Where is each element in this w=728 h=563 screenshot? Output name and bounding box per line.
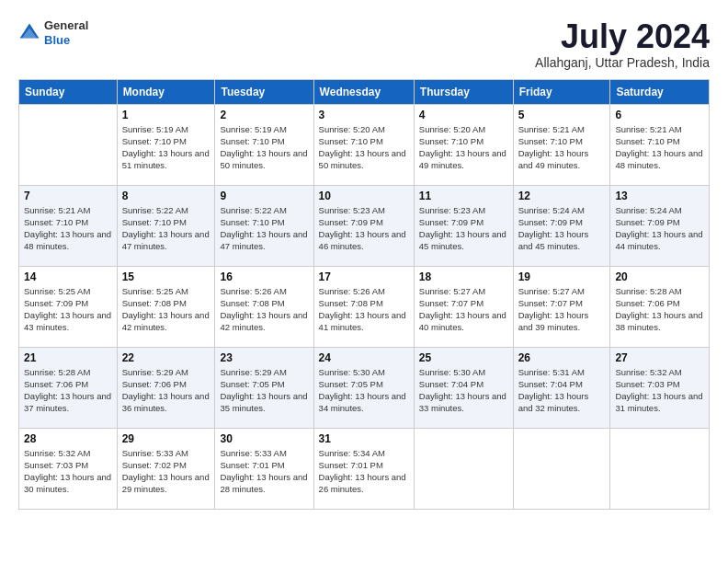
day-cell: 4Sunrise: 5:20 AM Sunset: 7:10 PM Daylig…	[414, 104, 513, 185]
day-number: 29	[122, 432, 210, 445]
day-info: Sunrise: 5:29 AM Sunset: 7:05 PM Dayligh…	[220, 366, 308, 415]
day-number: 16	[220, 270, 308, 283]
day-number: 11	[419, 190, 508, 202]
col-header-thursday: Thursday	[414, 79, 513, 104]
day-number: 17	[319, 270, 409, 283]
week-row-1: 1Sunrise: 5:19 AM Sunset: 7:10 PM Daylig…	[19, 104, 710, 185]
col-header-wednesday: Wednesday	[313, 79, 414, 104]
day-info: Sunrise: 5:33 AM Sunset: 7:02 PM Dayligh…	[122, 447, 210, 496]
day-cell: 28Sunrise: 5:32 AM Sunset: 7:03 PM Dayli…	[19, 428, 118, 509]
day-info: Sunrise: 5:29 AM Sunset: 7:06 PM Dayligh…	[122, 366, 210, 415]
day-cell: 30Sunrise: 5:33 AM Sunset: 7:01 PM Dayli…	[215, 428, 313, 509]
day-info: Sunrise: 5:25 AM Sunset: 7:08 PM Dayligh…	[122, 285, 210, 334]
day-number: 19	[518, 270, 606, 283]
col-header-saturday: Saturday	[610, 79, 710, 104]
day-number: 25	[419, 351, 508, 364]
day-number: 23	[220, 351, 308, 364]
day-info: Sunrise: 5:32 AM Sunset: 7:03 PM Dayligh…	[24, 447, 112, 496]
page-header: General Blue July 2024 Allahganj, Uttar …	[18, 18, 710, 70]
day-cell: 29Sunrise: 5:33 AM Sunset: 7:02 PM Dayli…	[117, 428, 215, 509]
logo-icon	[18, 22, 40, 44]
col-header-tuesday: Tuesday	[215, 79, 313, 104]
day-cell: 10Sunrise: 5:23 AM Sunset: 7:09 PM Dayli…	[313, 185, 414, 266]
day-cell: 12Sunrise: 5:24 AM Sunset: 7:09 PM Dayli…	[513, 185, 610, 266]
day-info: Sunrise: 5:23 AM Sunset: 7:09 PM Dayligh…	[319, 204, 409, 253]
day-info: Sunrise: 5:24 AM Sunset: 7:09 PM Dayligh…	[615, 204, 704, 253]
logo: General Blue	[18, 18, 88, 47]
col-header-friday: Friday	[513, 79, 610, 104]
day-cell: 13Sunrise: 5:24 AM Sunset: 7:09 PM Dayli…	[610, 185, 710, 266]
day-number: 14	[24, 270, 112, 283]
day-info: Sunrise: 5:27 AM Sunset: 7:07 PM Dayligh…	[419, 285, 508, 334]
day-cell: 20Sunrise: 5:28 AM Sunset: 7:06 PM Dayli…	[610, 266, 710, 347]
day-number: 10	[319, 190, 409, 202]
day-info: Sunrise: 5:30 AM Sunset: 7:04 PM Dayligh…	[419, 366, 508, 415]
day-info: Sunrise: 5:26 AM Sunset: 7:08 PM Dayligh…	[220, 285, 308, 334]
month-title: July 2024	[535, 18, 710, 55]
day-number: 2	[220, 109, 308, 121]
day-number: 1	[122, 109, 210, 121]
day-info: Sunrise: 5:22 AM Sunset: 7:10 PM Dayligh…	[122, 204, 210, 253]
day-number: 15	[122, 270, 210, 283]
day-info: Sunrise: 5:19 AM Sunset: 7:10 PM Dayligh…	[122, 123, 210, 172]
week-row-2: 7Sunrise: 5:21 AM Sunset: 7:10 PM Daylig…	[19, 185, 710, 266]
day-number: 5	[518, 109, 606, 121]
day-info: Sunrise: 5:22 AM Sunset: 7:10 PM Dayligh…	[220, 204, 308, 253]
day-cell: 16Sunrise: 5:26 AM Sunset: 7:08 PM Dayli…	[215, 266, 313, 347]
day-number: 28	[24, 432, 112, 445]
day-cell	[513, 428, 610, 509]
day-info: Sunrise: 5:21 AM Sunset: 7:10 PM Dayligh…	[24, 204, 112, 253]
day-cell	[19, 104, 118, 185]
col-header-sunday: Sunday	[19, 79, 118, 104]
day-cell: 14Sunrise: 5:25 AM Sunset: 7:09 PM Dayli…	[19, 266, 118, 347]
day-number: 20	[615, 270, 704, 283]
day-info: Sunrise: 5:26 AM Sunset: 7:08 PM Dayligh…	[319, 285, 409, 334]
day-info: Sunrise: 5:20 AM Sunset: 7:10 PM Dayligh…	[319, 123, 409, 172]
day-cell: 5Sunrise: 5:21 AM Sunset: 7:10 PM Daylig…	[513, 104, 610, 185]
day-info: Sunrise: 5:20 AM Sunset: 7:10 PM Dayligh…	[419, 123, 508, 172]
day-cell: 9Sunrise: 5:22 AM Sunset: 7:10 PM Daylig…	[215, 185, 313, 266]
day-number: 3	[319, 109, 409, 121]
day-cell	[414, 428, 513, 509]
week-row-5: 28Sunrise: 5:32 AM Sunset: 7:03 PM Dayli…	[19, 428, 710, 509]
day-cell: 26Sunrise: 5:31 AM Sunset: 7:04 PM Dayli…	[513, 347, 610, 428]
day-info: Sunrise: 5:19 AM Sunset: 7:10 PM Dayligh…	[220, 123, 308, 172]
day-number: 31	[319, 432, 409, 445]
day-number: 7	[24, 190, 112, 202]
day-number: 9	[220, 190, 308, 202]
header-row: SundayMondayTuesdayWednesdayThursdayFrid…	[19, 79, 710, 104]
day-number: 18	[419, 270, 508, 283]
day-cell: 1Sunrise: 5:19 AM Sunset: 7:10 PM Daylig…	[117, 104, 215, 185]
day-number: 13	[615, 190, 704, 202]
day-cell: 19Sunrise: 5:27 AM Sunset: 7:07 PM Dayli…	[513, 266, 610, 347]
day-cell: 6Sunrise: 5:21 AM Sunset: 7:10 PM Daylig…	[610, 104, 710, 185]
logo-text: General Blue	[44, 18, 88, 47]
day-cell: 25Sunrise: 5:30 AM Sunset: 7:04 PM Dayli…	[414, 347, 513, 428]
day-cell: 7Sunrise: 5:21 AM Sunset: 7:10 PM Daylig…	[19, 185, 118, 266]
day-info: Sunrise: 5:21 AM Sunset: 7:10 PM Dayligh…	[518, 123, 606, 172]
day-cell: 31Sunrise: 5:34 AM Sunset: 7:01 PM Dayli…	[313, 428, 414, 509]
day-info: Sunrise: 5:32 AM Sunset: 7:03 PM Dayligh…	[615, 366, 704, 415]
col-header-monday: Monday	[117, 79, 215, 104]
day-info: Sunrise: 5:34 AM Sunset: 7:01 PM Dayligh…	[319, 447, 409, 496]
day-cell: 22Sunrise: 5:29 AM Sunset: 7:06 PM Dayli…	[117, 347, 215, 428]
day-cell	[610, 428, 710, 509]
day-cell: 11Sunrise: 5:23 AM Sunset: 7:09 PM Dayli…	[414, 185, 513, 266]
day-info: Sunrise: 5:24 AM Sunset: 7:09 PM Dayligh…	[518, 204, 606, 253]
calendar-table: SundayMondayTuesdayWednesdayThursdayFrid…	[18, 79, 710, 510]
week-row-3: 14Sunrise: 5:25 AM Sunset: 7:09 PM Dayli…	[19, 266, 710, 347]
day-number: 30	[220, 432, 308, 445]
day-cell: 8Sunrise: 5:22 AM Sunset: 7:10 PM Daylig…	[117, 185, 215, 266]
day-info: Sunrise: 5:33 AM Sunset: 7:01 PM Dayligh…	[220, 447, 308, 496]
week-row-4: 21Sunrise: 5:28 AM Sunset: 7:06 PM Dayli…	[19, 347, 710, 428]
day-cell: 17Sunrise: 5:26 AM Sunset: 7:08 PM Dayli…	[313, 266, 414, 347]
day-number: 27	[615, 351, 704, 364]
day-number: 22	[122, 351, 210, 364]
day-cell: 3Sunrise: 5:20 AM Sunset: 7:10 PM Daylig…	[313, 104, 414, 185]
day-number: 26	[518, 351, 606, 364]
day-number: 21	[24, 351, 112, 364]
day-cell: 2Sunrise: 5:19 AM Sunset: 7:10 PM Daylig…	[215, 104, 313, 185]
day-info: Sunrise: 5:25 AM Sunset: 7:09 PM Dayligh…	[24, 285, 112, 334]
day-number: 24	[319, 351, 409, 364]
day-number: 6	[615, 109, 704, 121]
